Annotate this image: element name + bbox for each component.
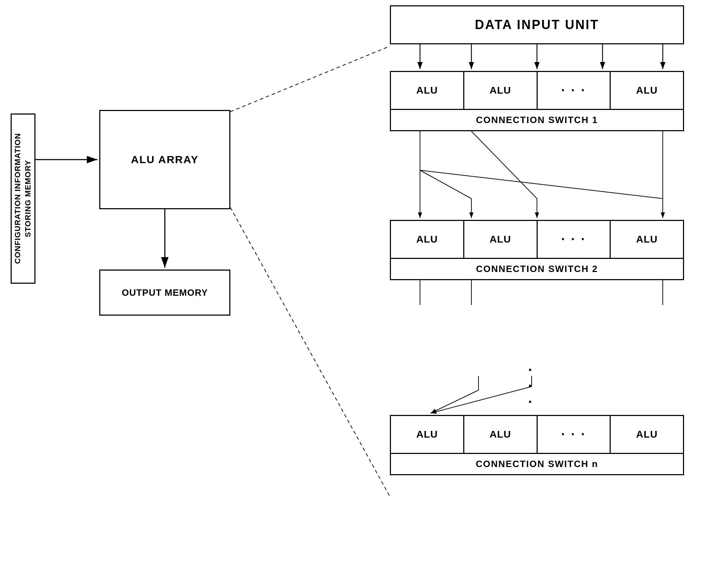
cs1-cross-2 [471, 131, 537, 199]
alu-cell-1-1: ALU [391, 72, 464, 109]
alu-cell-n-2: ALU [464, 416, 538, 453]
alu-cell-1-last: ALU [611, 72, 683, 109]
output-memory-label: OUTPUT MEMORY [122, 287, 208, 298]
connection-switch-2-bar: CONNECTION SWITCH 2 [390, 259, 684, 280]
pre-rn-arrow-2 [431, 387, 532, 413]
pre-rn-arrow-1 [431, 390, 478, 413]
rown-container: ALU ALU · · · ALU CONNECTION SWITCH n [390, 415, 684, 475]
alu-cell-2-1: ALU [391, 221, 464, 258]
dashed-top [230, 46, 390, 112]
output-memory-box: OUTPUT MEMORY [99, 270, 230, 316]
alu-array-label: ALU ARRAY [131, 154, 199, 166]
data-input-unit-box: DATA INPUT UNIT [390, 5, 684, 44]
alu-array-box: ALU ARRAY [99, 110, 230, 209]
row1-container: ALU ALU · · · ALU CONNECTION SWITCH 1 [390, 71, 684, 131]
config-box: CONFIGURATION INFORMATION STORING MEMORY [11, 113, 35, 284]
alu-dots-1: · · · [538, 72, 611, 109]
cs1-cross-3 [420, 170, 663, 199]
alu-row-n: ALU ALU · · · ALU [390, 415, 684, 454]
connection-switch-n-bar: CONNECTION SWITCH n [390, 454, 684, 475]
cs1-cross-1 [420, 170, 471, 199]
row2-container: ALU ALU · · · ALU CONNECTION SWITCH 2 [390, 220, 684, 280]
diagram-container: CONFIGURATION INFORMATION STORING MEMORY… [0, 0, 728, 577]
alu-dots-n: · · · [538, 416, 611, 453]
config-box-label: CONFIGURATION INFORMATION STORING MEMORY [13, 115, 33, 283]
vertical-dots-middle: . . . [528, 358, 533, 406]
alu-cell-n-last: ALU [611, 416, 683, 453]
alu-row-2: ALU ALU · · · ALU [390, 220, 684, 259]
alu-cell-n-1: ALU [391, 416, 464, 453]
alu-row-1: ALU ALU · · · ALU [390, 71, 684, 110]
alu-cell-1-2: ALU [464, 72, 538, 109]
alu-cell-2-2: ALU [464, 221, 538, 258]
alu-dots-2: · · · [538, 221, 611, 258]
dashed-bottom [230, 207, 390, 496]
data-input-unit-label: DATA INPUT UNIT [475, 17, 599, 32]
alu-cell-2-last: ALU [611, 221, 683, 258]
connection-switch-1-bar: CONNECTION SWITCH 1 [390, 110, 684, 131]
